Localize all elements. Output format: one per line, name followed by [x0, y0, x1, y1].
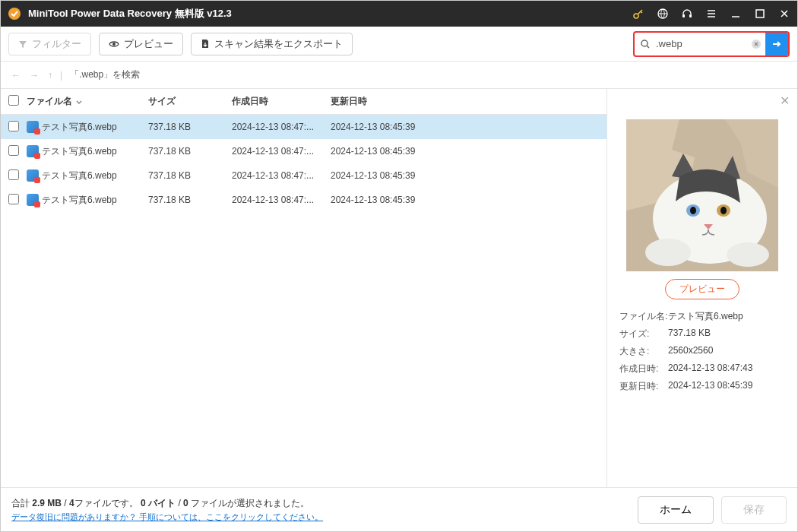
file-size: 737.18 KB	[148, 146, 232, 157]
select-all-checkbox[interactable]	[8, 95, 19, 106]
meta-created-label: 作成日時:	[619, 363, 668, 375]
app-logo-icon	[7, 6, 22, 21]
file-name: テスト写真6.webp	[42, 169, 117, 182]
svg-point-7	[641, 40, 648, 46]
meta-dim-label: 大きさ:	[619, 345, 668, 358]
row-checkbox[interactable]	[8, 145, 19, 156]
maximize-icon[interactable]	[753, 7, 767, 21]
export-button[interactable]: スキャン結果をエクスポート	[191, 33, 353, 55]
file-icon	[27, 145, 39, 157]
file-icon	[27, 169, 39, 182]
col-created-header[interactable]: 作成日時	[232, 95, 331, 108]
search-icon	[635, 39, 656, 49]
svg-point-14	[720, 207, 727, 214]
headset-icon[interactable]	[680, 7, 694, 21]
sort-icon	[75, 98, 83, 106]
list-header: ファイル名 サイズ 作成日時 更新日時	[1, 89, 606, 115]
svg-point-6	[112, 43, 116, 46]
svg-point-0	[8, 8, 21, 20]
table-row[interactable]: テスト写真6.webp737.18 KB2024-12-13 08:47:...…	[1, 139, 606, 163]
file-size: 737.18 KB	[148, 122, 232, 132]
table-row[interactable]: テスト写真6.webp737.18 KB2024-12-13 08:47:...…	[1, 115, 606, 139]
file-name: テスト写真6.webp	[42, 121, 117, 134]
file-size: 737.18 KB	[148, 195, 232, 205]
file-updated: 2024-12-13 08:45:39	[331, 195, 606, 205]
meta-size-label: サイズ:	[619, 328, 668, 340]
export-label: スキャン結果をエクスポート	[214, 37, 343, 51]
nav-back-icon[interactable]: ←	[11, 70, 21, 81]
file-icon	[27, 121, 39, 133]
search-submit-button[interactable]	[765, 33, 788, 55]
search-input[interactable]	[656, 33, 747, 55]
file-name: テスト写真6.webp	[42, 194, 117, 207]
file-icon	[27, 194, 39, 206]
breadcrumb-bar: ← → ↑ | 「.webp」を検索	[1, 62, 797, 89]
file-updated: 2024-12-13 08:45:39	[331, 146, 606, 157]
status-text: 合計 2.9 MB / 4ファイルです。 0 バイト / 0 ファイルが選択され…	[11, 497, 630, 510]
preview-thumbnail	[626, 119, 778, 271]
preview-button[interactable]: プレビュー	[99, 33, 183, 55]
meta-created-value: 2024-12-13 08:47:43	[668, 363, 785, 375]
meta-updated-label: 更新日時:	[619, 380, 668, 393]
file-updated: 2024-12-13 08:45:39	[331, 122, 606, 132]
search-box	[633, 31, 790, 57]
footer: 合計 2.9 MB / 4ファイルです。 0 バイト / 0 ファイルが選択され…	[1, 487, 797, 531]
home-button[interactable]: ホーム	[638, 496, 714, 524]
file-updated: 2024-12-13 08:45:39	[331, 170, 606, 181]
help-link[interactable]: データ復旧に問題がありますか？ 手順については、ここをクリックしてください。	[11, 512, 323, 521]
svg-point-13	[690, 207, 696, 214]
close-preview-icon[interactable]: ✕	[780, 93, 790, 108]
breadcrumb-text: 「.webp」を検索	[70, 68, 140, 81]
svg-rect-5	[756, 10, 764, 17]
table-row[interactable]: テスト写真6.webp737.18 KB2024-12-13 08:47:...…	[1, 163, 606, 188]
svg-rect-4	[689, 14, 692, 17]
col-name-header[interactable]: ファイル名	[27, 95, 148, 108]
filter-button[interactable]: フィルター	[8, 33, 91, 55]
file-created: 2024-12-13 08:47:...	[232, 146, 331, 157]
svg-point-16	[727, 242, 769, 267]
svg-rect-3	[682, 14, 685, 17]
svg-point-15	[645, 239, 691, 266]
meta-name-value: テスト写真6.webp	[668, 310, 785, 323]
filter-label: フィルター	[32, 37, 81, 51]
minimize-icon[interactable]	[729, 7, 743, 21]
row-checkbox[interactable]	[8, 194, 19, 204]
close-icon[interactable]	[777, 7, 791, 21]
col-size-header[interactable]: サイズ	[148, 95, 232, 108]
titlebar: MiniTool Power Data Recovery 無料版 v12.3	[1, 1, 797, 27]
globe-icon[interactable]	[656, 7, 670, 21]
app-title: MiniTool Power Data Recovery 無料版 v12.3	[28, 7, 632, 21]
nav-forward-icon[interactable]: →	[30, 70, 39, 81]
col-updated-header[interactable]: 更新日時	[331, 95, 606, 108]
file-list-pane: ファイル名 サイズ 作成日時 更新日時 テスト写真6.webp737.18 KB…	[1, 89, 607, 487]
preview-label: プレビュー	[124, 37, 173, 51]
file-size: 737.18 KB	[148, 170, 232, 181]
meta-updated-value: 2024-12-13 08:45:39	[668, 380, 785, 393]
row-checkbox[interactable]	[8, 169, 19, 180]
file-created: 2024-12-13 08:47:...	[232, 122, 331, 132]
toolbar: フィルター プレビュー スキャン結果をエクスポート	[1, 27, 797, 62]
meta-size-value: 737.18 KB	[668, 328, 785, 340]
meta-dim-value: 2560x2560	[668, 345, 785, 358]
row-checkbox[interactable]	[8, 121, 19, 131]
open-preview-button[interactable]: プレビュー	[665, 279, 739, 299]
file-created: 2024-12-13 08:47:...	[232, 170, 331, 181]
save-button[interactable]: 保存	[721, 496, 787, 524]
table-row[interactable]: テスト写真6.webp737.18 KB2024-12-13 08:47:...…	[1, 188, 606, 212]
preview-pane: ✕ プレビュー ファイル名: テスト写真	[607, 89, 797, 487]
clear-search-icon[interactable]	[747, 39, 765, 49]
menu-icon[interactable]	[705, 7, 718, 21]
meta-name-label: ファイル名:	[619, 310, 668, 323]
file-name: テスト写真6.webp	[42, 145, 117, 158]
key-icon[interactable]	[632, 7, 645, 21]
nav-up-icon[interactable]: ↑	[48, 70, 52, 81]
file-created: 2024-12-13 08:47:...	[232, 195, 331, 205]
